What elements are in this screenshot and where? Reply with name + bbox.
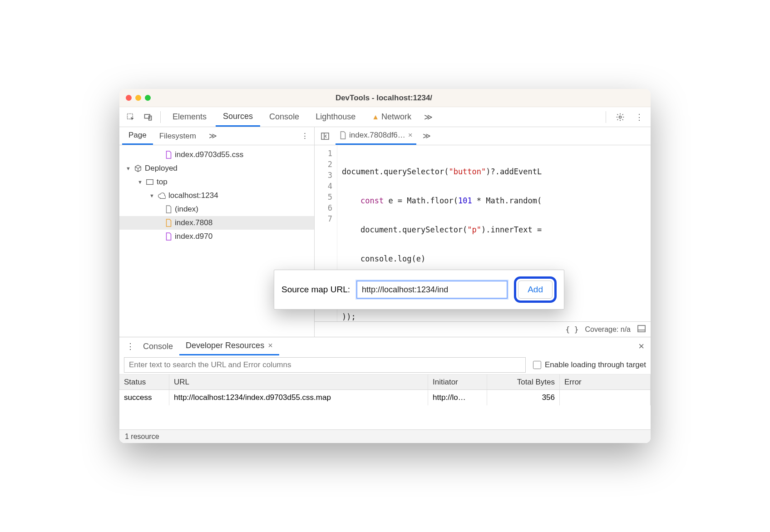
- cell-url: http://localhost:1234/index.d9703d55.css…: [169, 390, 428, 405]
- pretty-print-icon[interactable]: { }: [566, 325, 579, 334]
- file-css-icon: [165, 151, 172, 159]
- tab-console[interactable]: Console: [262, 107, 306, 127]
- drawer-panel: ⋮ Console Developer Resources × × Enable…: [119, 337, 651, 443]
- table-header: Status URL Initiator Total Bytes Error: [119, 374, 651, 390]
- zoom-window-button[interactable]: [145, 95, 151, 101]
- sourcemap-url-input[interactable]: [356, 281, 508, 299]
- sourcemap-url-label: Source map URL:: [281, 285, 350, 295]
- svg-rect-7: [638, 325, 645, 332]
- navigator-kebab-icon[interactable]: ⋮: [296, 131, 314, 141]
- tree-label: index.d9703d55.css: [175, 150, 243, 159]
- col-status[interactable]: Status: [119, 374, 169, 389]
- tree-item-host[interactable]: ▼ localhost:1234: [119, 189, 314, 202]
- tab-network-label: Network: [381, 112, 411, 122]
- triangle-down-icon: ▼: [149, 193, 155, 198]
- minimize-window-button[interactable]: [135, 95, 141, 101]
- devtools-window: DevTools - localhost:1234/ Elements Sour…: [119, 89, 651, 443]
- settings-gear-icon[interactable]: [612, 109, 628, 125]
- tree-item-index[interactable]: (index): [119, 202, 314, 216]
- close-drawer-icon[interactable]: ×: [632, 340, 651, 352]
- window-title: DevTools - localhost:1234/: [151, 94, 617, 103]
- add-button[interactable]: Add: [518, 281, 553, 299]
- editor-tab-label: index.7808df6…: [349, 131, 405, 140]
- tab-sources[interactable]: Sources: [216, 107, 260, 127]
- kebab-menu-icon[interactable]: ⋮: [632, 109, 647, 125]
- navigator-more-chevron-icon[interactable]: ≫: [202, 127, 223, 145]
- tree-item-css2[interactable]: index.d970: [119, 230, 314, 243]
- add-sourcemap-dialog: Source map URL: Add: [274, 270, 564, 310]
- drawer-tabbar: ⋮ Console Developer Resources × ×: [119, 337, 651, 355]
- tree-label: index.d970: [175, 232, 212, 241]
- tree-item-top[interactable]: ▼ top: [119, 175, 314, 189]
- drawer-tab-console[interactable]: Console: [137, 337, 179, 355]
- toggle-navigator-icon[interactable]: [318, 132, 332, 141]
- col-url[interactable]: URL: [169, 374, 428, 389]
- file-js-icon: [339, 131, 346, 139]
- window-controls: [126, 95, 151, 101]
- file-icon: [165, 205, 172, 213]
- file-css-icon: [165, 232, 172, 241]
- coverage-status: Coverage: n/a: [585, 325, 631, 334]
- frame-icon: [146, 178, 154, 186]
- table-row[interactable]: success http://localhost:1234/index.d970…: [119, 390, 651, 405]
- svg-point-3: [619, 116, 622, 118]
- cell-bytes: 356: [487, 390, 560, 405]
- tree-label: (index): [175, 205, 198, 214]
- tab-network[interactable]: ▲Network: [365, 107, 419, 127]
- tree-item-js[interactable]: index.7808: [119, 216, 314, 230]
- close-window-button[interactable]: [126, 95, 132, 101]
- enable-loading-checkbox-input[interactable]: [533, 361, 541, 369]
- cell-status: success: [119, 390, 169, 405]
- tree-label: localhost:1234: [168, 191, 218, 200]
- tree-item-css[interactable]: index.d9703d55.css: [119, 148, 314, 162]
- close-tab-icon[interactable]: ×: [268, 341, 273, 350]
- titlebar: DevTools - localhost:1234/: [119, 89, 651, 107]
- cloud-icon: [158, 192, 166, 200]
- close-tab-icon[interactable]: ×: [408, 131, 413, 140]
- col-initiator[interactable]: Initiator: [428, 374, 487, 389]
- cube-icon: [134, 164, 142, 172]
- navigator-tabs: Page Filesystem ≫ ⋮: [119, 127, 314, 145]
- inspect-element-icon[interactable]: [123, 109, 138, 125]
- drawer-search-input[interactable]: [124, 357, 526, 373]
- warning-icon: ▲: [372, 113, 379, 121]
- tree-label: Deployed: [145, 164, 178, 173]
- add-button-highlight: Add: [514, 276, 557, 303]
- editor-more-chevron-icon[interactable]: ≫: [420, 131, 434, 141]
- editor-tabbar: index.7808df6… × ≫: [315, 127, 651, 145]
- more-tabs-chevron-icon[interactable]: ≫: [420, 112, 436, 122]
- svg-rect-4: [147, 180, 153, 185]
- file-js-icon: [165, 219, 172, 227]
- enable-loading-label: Enable loading through target: [545, 360, 646, 369]
- drawer-kebab-icon[interactable]: ⋮: [124, 341, 137, 351]
- enable-loading-checkbox[interactable]: Enable loading through target: [533, 360, 646, 369]
- col-total-bytes[interactable]: Total Bytes: [487, 374, 560, 389]
- device-toolbar-icon[interactable]: [140, 109, 156, 125]
- cell-error: [560, 390, 651, 405]
- cell-initiator: http://lo…: [428, 390, 487, 405]
- drawer-tab-developer-resources[interactable]: Developer Resources ×: [179, 337, 279, 355]
- editor-statusbar: { } Coverage: n/a: [315, 321, 651, 337]
- main-toolbar: Elements Sources Console Lighthouse ▲Net…: [119, 107, 651, 127]
- tree-label: top: [157, 177, 168, 187]
- tab-lighthouse[interactable]: Lighthouse: [308, 107, 363, 127]
- navigator-tab-page[interactable]: Page: [122, 127, 153, 145]
- drawer-search-row: Enable loading through target: [119, 355, 651, 374]
- navigator-tab-filesystem[interactable]: Filesystem: [153, 127, 202, 145]
- tree-item-deployed[interactable]: ▼ Deployed: [119, 162, 314, 175]
- editor-tab-open[interactable]: index.7808df6… ×: [336, 127, 416, 145]
- tab-elements[interactable]: Elements: [165, 107, 214, 127]
- toggle-drawer-icon[interactable]: [637, 325, 646, 335]
- developer-resources-table: Status URL Initiator Total Bytes Error s…: [119, 374, 651, 429]
- triangle-down-icon: ▼: [126, 166, 131, 171]
- triangle-down-icon: ▼: [138, 179, 143, 185]
- drawer-tab-label: Developer Resources: [186, 341, 264, 350]
- drawer-footer: 1 resource: [119, 429, 651, 443]
- col-error[interactable]: Error: [560, 374, 651, 389]
- tree-label: index.7808: [175, 218, 212, 227]
